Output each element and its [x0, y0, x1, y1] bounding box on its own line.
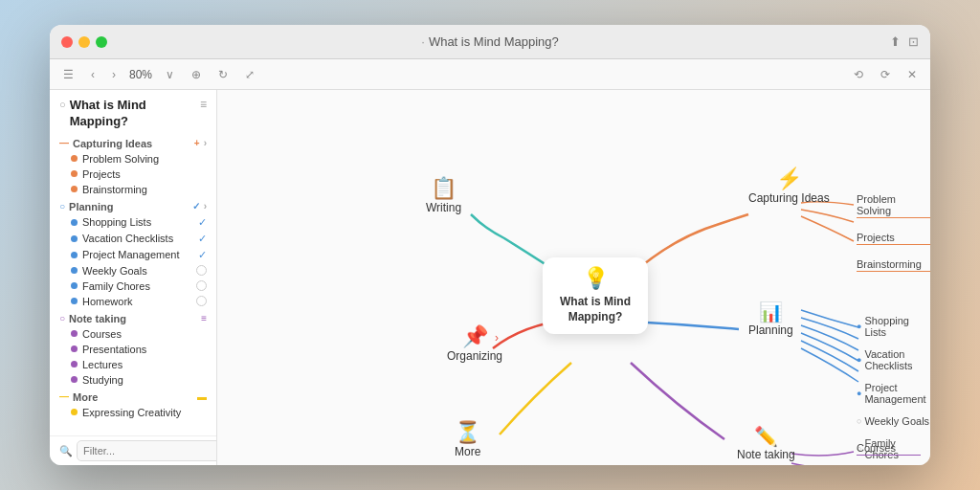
planning-label: Planning — [748, 323, 793, 337]
writing-icon: 📋 — [431, 176, 457, 201]
leaf-group-notetaking: Courses Presentations Lectures Studying — [857, 442, 921, 465]
section-label-planning: Planning — [69, 201, 113, 212]
close-map-button[interactable]: ✕ — [903, 66, 921, 83]
circle-icon — [196, 280, 207, 291]
section-label-more: More — [73, 391, 98, 403]
section-collapse-icon[interactable]: ○ — [59, 313, 65, 323]
section-label-note-taking: Note taking — [69, 313, 126, 324]
expand-button[interactable]: ⤢ — [241, 66, 258, 83]
section-collapse-icon[interactable]: ○ — [59, 201, 65, 212]
sidebar-body: — Capturing Ideas + › Problem Solving Pr… — [50, 134, 216, 435]
item-label: Presentations — [82, 344, 146, 355]
central-node: 💡 What is Mind Mapping? — [543, 257, 648, 334]
list-item[interactable]: Vacation Checklists ✓ — [50, 231, 216, 247]
list-item[interactable]: Expressing Creativity — [50, 405, 216, 420]
search-input[interactable] — [77, 440, 217, 461]
titlebar: · What is Mind Mapping? ⬆ ⊡ — [50, 25, 930, 59]
capturing-icon: ⚡ — [776, 167, 802, 191]
leaf-item: Courses — [857, 442, 921, 456]
section-more-icon[interactable]: › — [204, 201, 207, 212]
check-icon: ✓ — [198, 216, 207, 229]
list-item[interactable]: Lectures — [50, 357, 216, 372]
leaf-item: ○ Weekly Goals — [857, 415, 930, 427]
item-dot — [71, 252, 78, 258]
window-title: · What is Mind Mapping? — [421, 34, 558, 49]
leaf-group-capturing: Problem Solving Projects Brainstorming — [857, 193, 930, 272]
zoom-down-button[interactable]: ∨ — [162, 66, 178, 83]
maximize-button[interactable] — [96, 36, 107, 48]
planning-dot: ● — [857, 389, 861, 398]
section-collapse-icon[interactable]: — — [59, 391, 69, 402]
sidebar-footer: 🔍 ⊙ — [50, 435, 216, 465]
list-item[interactable]: Courses — [50, 326, 216, 342]
item-label: Expressing Creativity — [82, 407, 181, 418]
organizing-icon: 📌 — [462, 324, 488, 349]
planning-dot: ● — [857, 355, 861, 365]
share-icon[interactable]: ⬆ — [890, 34, 901, 49]
item-dot — [71, 345, 78, 352]
expand-arrow[interactable]: › — [495, 331, 499, 345]
forward-button[interactable]: › — [108, 66, 120, 83]
section-add-icon[interactable]: + — [194, 138, 200, 148]
canvas-area[interactable]: 💡 What is Mind Mapping? 📋 Writing ⚡ Capt… — [217, 90, 930, 465]
section-more: — More ▬ — [50, 388, 216, 405]
planning-circle: ○ — [857, 416, 861, 426]
undo-button[interactable]: ⟲ — [850, 66, 867, 83]
sidebar: ○ What is Mind Mapping? ≡ — Capturing Id… — [50, 90, 217, 465]
item-dot — [71, 298, 78, 304]
item-dot — [71, 219, 78, 226]
list-item[interactable]: Projects — [50, 167, 216, 182]
app-window: · What is Mind Mapping? ⬆ ⊡ ☰ ‹ › 80% ∨ … — [50, 25, 930, 465]
item-dot — [71, 282, 78, 289]
title-text: What is Mind Mapping? — [429, 34, 559, 49]
item-label: Problem Solving — [82, 153, 159, 165]
list-item[interactable]: Homework — [50, 294, 216, 309]
branch-more: ⏳ More — [455, 420, 480, 458]
branch-planning: 📊 Planning — [748, 301, 793, 337]
section-collapse-icon[interactable]: — — [59, 138, 69, 148]
sidebar-header: ○ What is Mind Mapping? ≡ — [50, 90, 216, 134]
add-page-button[interactable]: ⊕ — [188, 66, 205, 83]
central-text: What is Mind Mapping? — [543, 295, 648, 324]
split-view-icon[interactable]: ⊡ — [908, 34, 919, 49]
sidebar-toggle-button[interactable]: ☰ — [59, 66, 78, 83]
title-prefix: · — [421, 34, 425, 49]
section-icon[interactable]: ▬ — [197, 391, 207, 402]
sidebar-collapse-icon[interactable]: ○ — [59, 99, 66, 110]
section-capturing-ideas: — Capturing Ideas + › — [50, 134, 216, 151]
list-item[interactable]: Family Chores — [50, 278, 216, 294]
organizing-label: Organizing — [447, 349, 502, 363]
redo-button[interactable]: ⟳ — [877, 66, 894, 83]
list-item[interactable]: Project Management ✓ — [50, 247, 216, 263]
capturing-label: Capturing Ideas — [748, 191, 830, 205]
list-item[interactable]: Studying — [50, 372, 216, 388]
note-taking-icon: ✏️ — [754, 425, 778, 448]
sidebar-menu-icon[interactable]: ≡ — [200, 98, 207, 111]
list-item[interactable]: Shopping Lists ✓ — [50, 214, 216, 231]
more-icon: ⏳ — [455, 420, 480, 445]
minimize-button[interactable] — [78, 36, 90, 48]
sidebar-title: What is Mind Mapping? — [70, 98, 200, 130]
list-item[interactable]: Problem Solving — [50, 151, 216, 167]
refresh-button[interactable]: ↻ — [214, 66, 232, 83]
central-icon: 💡 — [583, 266, 609, 291]
section-icon[interactable]: ≡ — [201, 313, 207, 323]
branch-writing: 📋 Writing — [426, 176, 461, 214]
section-add-icon[interactable]: ✓ — [192, 201, 200, 212]
leaf-item: ● Shopping Lists — [857, 315, 930, 338]
section-note-taking: ○ Note taking ≡ — [50, 309, 216, 326]
item-dot — [71, 361, 78, 368]
section-more-icon[interactable]: › — [204, 138, 207, 148]
traffic-lights — [61, 36, 107, 48]
list-item[interactable]: Brainstorming — [50, 182, 216, 197]
item-dot — [71, 235, 78, 242]
close-button[interactable] — [61, 36, 73, 48]
item-dot — [71, 186, 78, 192]
back-button[interactable]: ‹ — [87, 66, 99, 83]
item-dot — [71, 155, 78, 162]
titlebar-actions: ⬆ ⊡ — [890, 34, 919, 49]
item-label: Vacation Checklists — [82, 233, 173, 244]
list-item[interactable]: Weekly Goals — [50, 263, 216, 278]
circle-icon — [196, 265, 207, 276]
list-item[interactable]: Presentations — [50, 342, 216, 357]
